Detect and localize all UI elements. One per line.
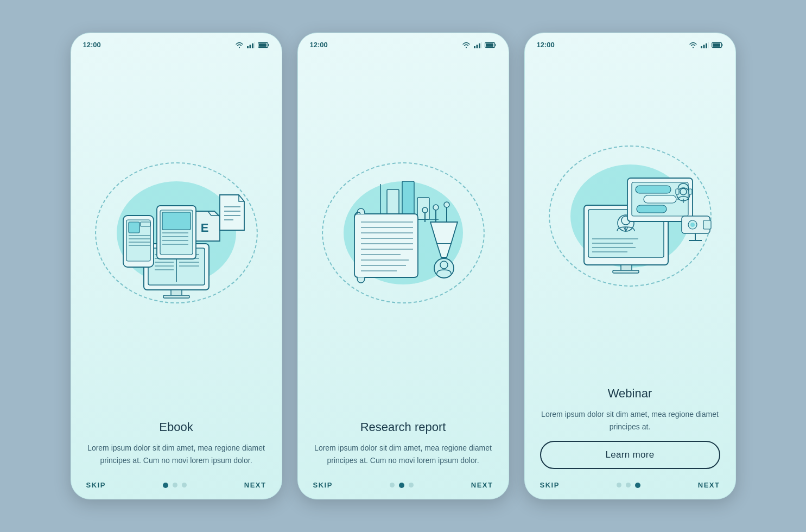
webinar-next-btn[interactable]: NEXT	[698, 481, 720, 489]
time-1: 12:00	[83, 41, 101, 49]
dot-3-active	[635, 483, 640, 488]
svg-rect-45	[486, 43, 493, 47]
wifi-icon-2	[462, 42, 471, 48]
svg-rect-90	[637, 205, 667, 213]
wifi-icon-1	[235, 42, 244, 48]
webinar-bottom-nav: SKIP NEXT	[525, 474, 735, 499]
svg-point-52	[422, 207, 428, 213]
svg-rect-5	[259, 43, 266, 47]
research-dots	[390, 483, 414, 488]
status-icons-1	[235, 42, 270, 48]
svg-rect-2	[252, 43, 253, 48]
research-title: Research report	[313, 420, 493, 434]
status-icons-3	[689, 42, 724, 48]
svg-rect-23	[129, 222, 139, 233]
webinar-illustration	[525, 52, 735, 380]
svg-rect-88	[636, 186, 671, 193]
svg-rect-71	[706, 43, 707, 48]
svg-rect-19	[163, 295, 189, 298]
svg-rect-3	[254, 42, 255, 48]
signal-icon-3	[700, 42, 709, 48]
ebook-title: Ebook	[86, 420, 266, 434]
battery-icon-3	[712, 42, 724, 48]
svg-text:E: E	[200, 221, 208, 235]
svg-rect-69	[701, 46, 702, 48]
svg-rect-99	[703, 220, 711, 229]
svg-rect-70	[703, 45, 705, 48]
battery-icon-1	[258, 42, 270, 48]
learn-more-button[interactable]: Learn more	[540, 441, 720, 469]
webinar-content: Webinar Lorem ipsum dolor sit dim amet, …	[525, 380, 735, 474]
ebook-bottom-nav: SKIP NEXT	[71, 474, 282, 499]
dot-3-1	[617, 483, 621, 487]
dot-2-active	[399, 483, 404, 488]
research-skip-btn[interactable]: SKIP	[313, 481, 333, 489]
research-content: Research report Lorem ipsum dolor sit di…	[298, 414, 509, 474]
research-screen: 12:00	[297, 33, 509, 499]
signal-icon-2	[473, 42, 482, 48]
webinar-description: Lorem ipsum dolor sit dim amet, mea regi…	[540, 408, 720, 433]
research-next-btn[interactable]: NEXT	[471, 481, 493, 489]
dot-3-2	[626, 483, 631, 487]
svg-point-56	[444, 202, 449, 207]
status-bar-1: 12:00	[71, 33, 282, 52]
svg-rect-41	[476, 45, 478, 48]
ebook-next-btn[interactable]: NEXT	[244, 481, 266, 489]
research-svg	[316, 168, 490, 303]
ebook-svg: E	[90, 168, 263, 303]
svg-rect-42	[479, 43, 480, 48]
research-bottom-nav: SKIP NEXT	[298, 474, 509, 499]
battery-icon-2	[485, 42, 497, 48]
webinar-title: Webinar	[540, 387, 720, 401]
webinar-dots	[617, 483, 640, 488]
ebook-description: Lorem ipsum dolor sit dim amet, mea regi…	[86, 442, 266, 467]
research-description: Lorem ipsum dolor sit dim amet, mea regi…	[313, 442, 493, 467]
svg-rect-89	[644, 195, 676, 203]
status-bar-3: 12:00	[525, 33, 735, 52]
ebook-skip-btn[interactable]: SKIP	[86, 481, 106, 489]
dot-1-active	[163, 483, 168, 488]
svg-rect-31	[162, 212, 191, 230]
ebook-illustration: E	[71, 52, 282, 414]
webinar-svg	[543, 151, 717, 287]
wifi-icon-3	[689, 42, 697, 48]
screens-container: 12:00	[71, 33, 736, 499]
svg-rect-0	[247, 46, 249, 48]
status-bar-2: 12:00	[298, 33, 509, 52]
webinar-skip-btn[interactable]: SKIP	[540, 481, 560, 489]
ebook-content: Ebook Lorem ipsum dolor sit dim amet, me…	[71, 414, 282, 474]
signal-icon-1	[246, 42, 255, 48]
svg-point-98	[690, 223, 695, 227]
dot-1-2	[173, 483, 177, 487]
svg-rect-94	[689, 189, 692, 194]
research-illustration	[298, 52, 509, 414]
time-3: 12:00	[537, 41, 555, 49]
ebook-dots	[163, 483, 187, 488]
svg-rect-85	[613, 270, 639, 273]
webinar-screen: 12:00	[524, 33, 736, 499]
svg-point-54	[433, 205, 439, 210]
svg-rect-43	[481, 42, 481, 48]
svg-rect-1	[249, 45, 251, 48]
svg-rect-93	[676, 189, 679, 194]
svg-rect-72	[708, 42, 708, 48]
svg-rect-40	[474, 46, 475, 48]
dot-1-3	[182, 483, 187, 487]
dot-2-1	[390, 483, 395, 487]
svg-rect-74	[713, 43, 720, 47]
status-icons-2	[462, 42, 497, 48]
ebook-screen: 12:00	[71, 33, 282, 499]
time-2: 12:00	[310, 41, 328, 49]
dot-2-3	[409, 483, 414, 487]
